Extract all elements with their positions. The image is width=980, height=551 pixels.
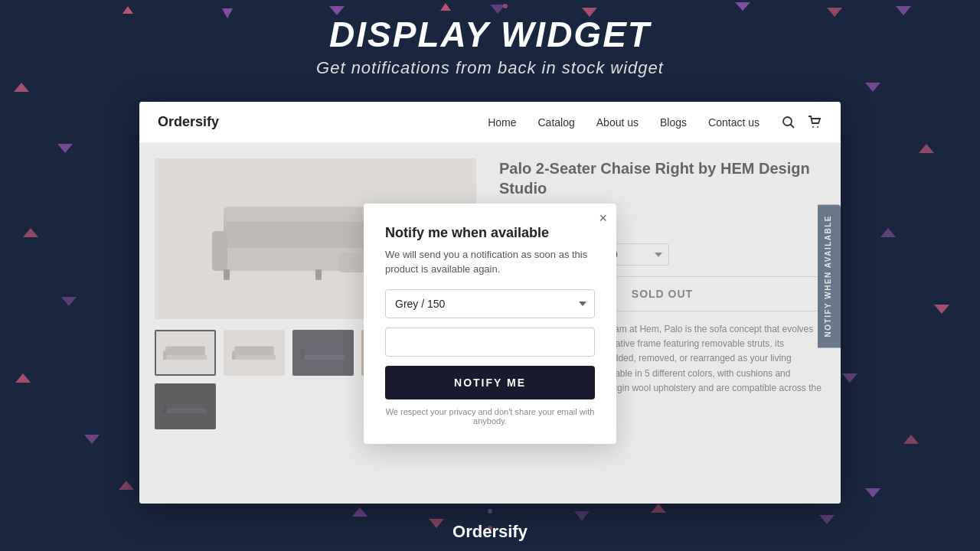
nav-home[interactable]: Home [488,116,516,129]
modal-email-input[interactable] [385,328,595,357]
modal-overlay: × Notify me when available We will send … [139,143,841,504]
svg-marker-9 [14,83,29,92]
svg-marker-13 [15,373,31,383]
svg-line-32 [791,124,795,128]
header-section: DISPLAY WIDGET Get notifications from ba… [0,0,980,78]
nav-about[interactable]: About us [596,116,639,129]
page-subtitle: Get notifications from back in stock wid… [0,58,980,78]
modal-variant-select[interactable]: Grey / 150 Dark / 150 Beige / 150 [385,289,595,318]
svg-point-31 [783,117,792,126]
modal-privacy-text: We respect your privacy and don't share … [385,407,595,425]
modal-description: We will send you a notification as soon … [385,247,595,277]
svg-marker-22 [865,488,880,497]
search-icon[interactable] [781,115,796,130]
cart-icon[interactable] [807,115,822,130]
nav-catalog[interactable]: Catalog [538,116,575,129]
modal-notify-button[interactable]: NOTIFY ME [385,366,595,399]
nav-contact[interactable]: Contact us [708,116,760,129]
page-footer: Ordersify [0,513,980,551]
page-title: DISPLAY WIDGET [0,14,980,55]
notify-modal: × Notify me when available We will send … [364,204,616,444]
svg-marker-12 [61,297,77,306]
svg-marker-21 [903,435,919,444]
modal-title: Notify me when available [385,225,595,241]
nav-links: Home Catalog About us Blogs Contact us [488,116,760,129]
svg-marker-17 [919,144,934,153]
nav-blogs[interactable]: Blogs [660,116,687,129]
footer-brand: Ordersify [9,522,971,542]
svg-marker-14 [84,435,100,444]
svg-marker-18 [880,228,896,237]
svg-marker-19 [934,305,949,314]
svg-marker-26 [651,504,666,513]
svg-marker-20 [842,373,858,383]
svg-marker-10 [57,144,73,153]
svg-point-34 [817,126,818,128]
svg-marker-11 [23,228,38,237]
store-logo: Ordersify [158,114,219,130]
store-content: Palo 2-Seater Chaise Right by HEM Design… [139,143,841,504]
svg-point-33 [812,126,814,128]
nav-icon-group [781,115,822,130]
svg-marker-16 [865,83,880,92]
svg-marker-15 [119,481,134,490]
modal-close-button[interactable]: × [599,211,607,225]
browser-frame: Ordersify Home Catalog About us Blogs Co… [139,102,841,504]
store-navigation: Ordersify Home Catalog About us Blogs Co… [139,102,841,143]
